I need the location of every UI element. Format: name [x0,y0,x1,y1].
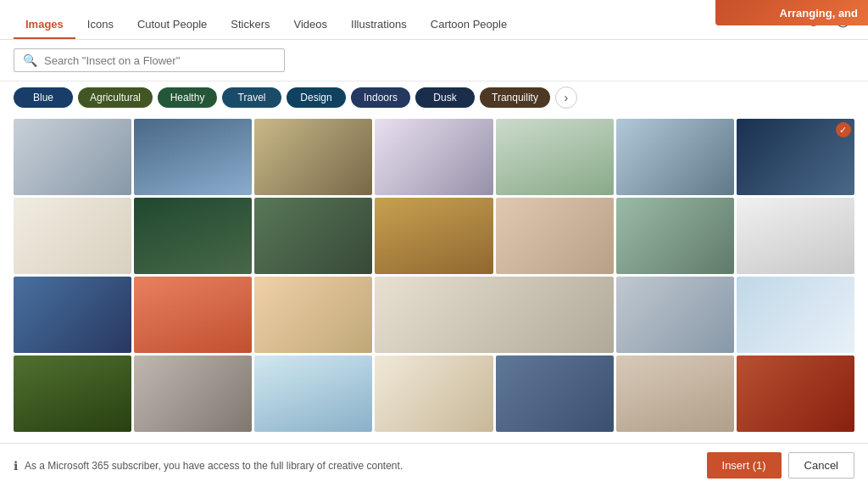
tab-cutout-people[interactable]: Cutout People [125,13,219,39]
selected-badge: ✓ [836,122,851,137]
image-cell-13[interactable] [616,198,734,274]
cancel-button[interactable]: Cancel [788,452,854,479]
search-icon: 🔍 [23,53,37,67]
chip-design[interactable]: Design [287,87,346,108]
search-bar: 🔍 [0,40,868,81]
image-cell-25[interactable] [496,355,614,432]
image-cell-2[interactable] [134,119,252,195]
chips-row: Blue Agricultural Healthy Travel Design … [0,81,868,114]
chip-indoors[interactable]: Indoors [351,87,410,108]
tab-stickers[interactable]: Stickers [219,13,281,39]
image-grid: ✓ [0,114,868,443]
banner-text: Arranging, and [780,7,858,20]
image-cell-8[interactable] [14,198,131,274]
chip-tranquility[interactable]: Tranquility [480,87,550,108]
image-cell-10[interactable] [254,198,372,274]
chips-next-button[interactable]: › [555,87,577,109]
image-cell-16[interactable] [134,277,252,353]
image-cell-11[interactable] [375,198,492,274]
image-cell-26[interactable] [616,355,734,432]
footer-info: ℹ As a Microsoft 365 subscriber, you hav… [14,459,403,473]
image-cell-17[interactable] [254,277,372,353]
tab-images[interactable]: Images [14,13,75,39]
image-cell-1[interactable] [14,119,131,195]
image-cell-9[interactable] [134,198,252,274]
image-cell-24[interactable] [375,355,492,432]
image-cell-23[interactable] [254,355,372,432]
search-input[interactable] [44,54,275,67]
tab-cartoon-people[interactable]: Cartoon People [419,13,519,39]
image-cell-4[interactable] [375,119,492,195]
image-cell-15[interactable] [14,277,131,353]
image-cell-6[interactable] [616,119,734,195]
image-cell-21[interactable] [14,355,131,432]
banner-corner: Arranging, and [715,0,868,25]
image-cell-27[interactable] [737,355,854,432]
insert-button[interactable]: Insert (1) [707,452,782,479]
chip-healthy[interactable]: Healthy [158,87,217,108]
chip-travel[interactable]: Travel [222,87,281,108]
image-cell-22[interactable] [134,355,252,432]
footer-buttons: Insert (1) Cancel [707,452,854,479]
search-input-wrap[interactable]: 🔍 [14,48,285,72]
image-cell-7[interactable]: ✓ [737,119,854,195]
image-cell-12[interactable] [496,198,614,274]
image-cell-3[interactable] [254,119,372,195]
chip-dusk[interactable]: Dusk [415,87,475,108]
footer-info-text: As a Microsoft 365 subscriber, you have … [25,460,403,472]
tab-videos[interactable]: Videos [282,13,340,39]
image-cell-18[interactable] [375,277,613,353]
chip-blue[interactable]: Blue [14,87,73,108]
tab-illustrations[interactable]: Illustrations [339,13,419,39]
image-cell-14[interactable] [737,198,854,274]
tab-icons[interactable]: Icons [75,13,125,39]
image-cell-20[interactable] [737,277,854,353]
chip-agricultural[interactable]: Agricultural [78,87,153,108]
image-cell-19[interactable] [616,277,734,353]
top-banner: Arranging, and Images Icons Cutout Peopl… [0,0,868,40]
footer: ℹ As a Microsoft 365 subscriber, you hav… [0,443,868,487]
info-icon: ℹ [14,459,18,473]
image-cell-5[interactable] [496,119,614,195]
